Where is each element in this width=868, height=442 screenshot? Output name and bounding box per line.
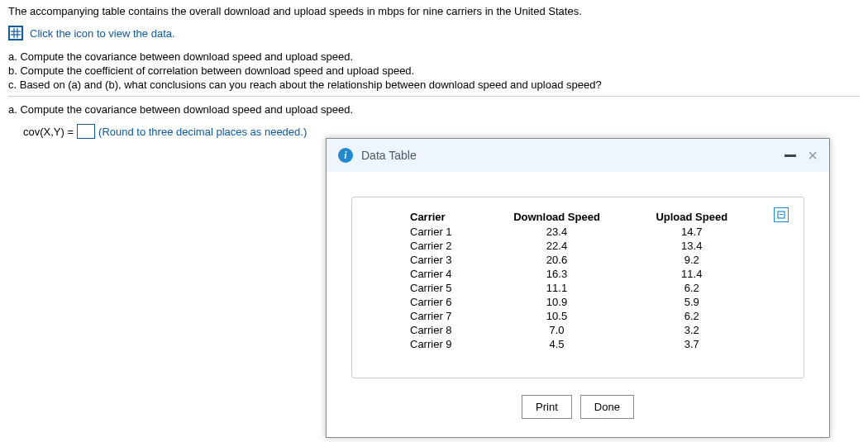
intro-text: The accompanying table contains the over… [8, 5, 860, 17]
sub-question-a: a. Compute the covariance between downlo… [8, 103, 860, 116]
cov-input[interactable] [77, 124, 95, 139]
cov-hint: (Round to three decimal places as needed… [98, 126, 307, 138]
modal-header: i Data Table × [327, 139, 829, 144]
answer-row: cov(X,Y) = (Round to three decimal place… [23, 124, 860, 139]
data-table-modal: i Data Table × Carrier Download Speed Up… [326, 138, 830, 144]
question-list: a. Compute the covariance between downlo… [8, 50, 860, 91]
question-a: a. Compute the covariance between downlo… [8, 50, 860, 63]
question-b: b. Compute the coefficient of correlatio… [8, 64, 860, 77]
divider [8, 96, 860, 97]
question-c: c. Based on (a) and (b), what conclusion… [8, 78, 860, 91]
cov-label: cov(X,Y) = [23, 126, 74, 138]
view-data-link[interactable]: Click the icon to view the data. [30, 27, 175, 40]
view-data-row: Click the icon to view the data. [8, 26, 860, 40]
table-icon[interactable] [8, 26, 23, 40]
